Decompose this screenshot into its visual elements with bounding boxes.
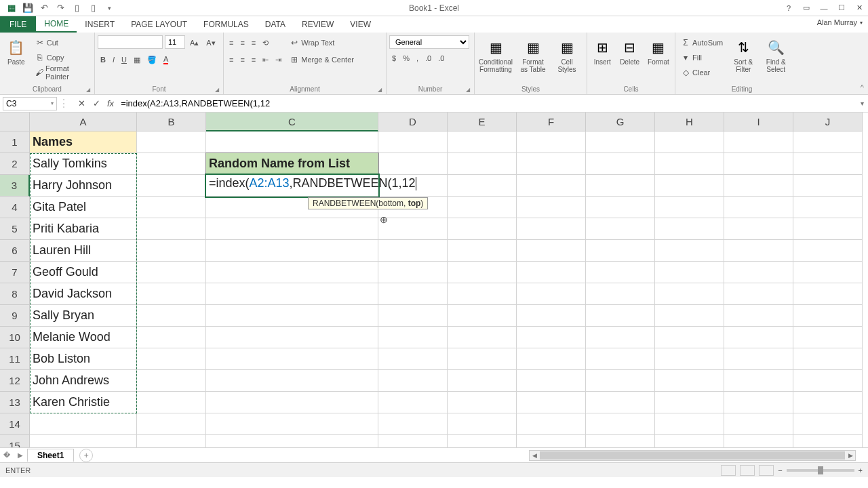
help-icon[interactable]: ? [780,1,797,15]
format-table-button[interactable]: ▦Format as Table [517,35,549,75]
cell[interactable] [724,392,793,413]
dialog-launcher-icon[interactable]: ◢ [215,87,219,93]
cell[interactable] [724,131,793,153]
cell[interactable] [793,348,863,370]
qat-icon[interactable]: ▯ [85,1,100,15]
sort-filter-button[interactable]: ⇅Sort & Filter [728,35,758,75]
cell-styles-button[interactable]: ▦Cell Styles [552,35,582,75]
copy-button[interactable]: ⎘Copy [33,50,92,65]
ribbon-tab[interactable]: PAGE LAYOUT [123,16,195,33]
select-all-corner[interactable] [0,113,30,131]
cell[interactable] [378,240,448,262]
cell[interactable] [793,305,863,327]
cell[interactable] [517,175,586,197]
increase-decimal-icon[interactable]: .0 [422,51,434,66]
cell[interactable] [586,305,655,327]
ribbon-tab[interactable]: FORMULAS [195,16,257,33]
cell[interactable] [724,327,793,348]
cell[interactable] [137,370,206,392]
cell[interactable] [517,413,586,435]
cell[interactable] [137,218,206,240]
cell[interactable] [137,153,206,175]
formula-input[interactable] [118,97,856,110]
sheet-nav-next-icon[interactable]: ▶ [14,451,27,459]
cell[interactable] [517,370,586,392]
cell[interactable] [655,348,724,370]
cell[interactable] [137,413,206,435]
row-header[interactable]: 11 [0,348,30,370]
column-header[interactable]: G [586,113,655,131]
cell[interactable] [448,175,517,197]
cell[interactable] [724,262,793,283]
cell[interactable] [586,413,655,435]
cell[interactable] [378,435,448,447]
comma-format-icon[interactable]: , [414,51,421,66]
new-sheet-button[interactable]: + [79,449,93,462]
cell[interactable] [655,283,724,305]
bold-button[interactable]: B [98,52,108,67]
cell[interactable]: Sally Tomkins [30,153,137,175]
page-layout-view-icon[interactable] [740,465,755,476]
file-tab[interactable]: FILE [0,16,36,33]
ribbon-display-icon[interactable]: ▭ [797,1,815,15]
cell[interactable] [137,435,206,447]
cell[interactable] [517,218,586,240]
cell[interactable]: Sally Bryan [30,305,137,327]
cell[interactable] [517,153,586,175]
row-header[interactable]: 3 [0,175,30,197]
cell[interactable] [448,131,517,153]
column-header[interactable]: E [448,113,517,131]
row-header[interactable]: 5 [0,218,30,240]
sheet-tab[interactable]: Sheet1 [27,449,74,462]
row-header[interactable]: 8 [0,283,30,305]
cell[interactable] [793,413,863,435]
name-box[interactable]: C3 ▾ [3,97,57,110]
cell[interactable] [378,370,448,392]
cell[interactable] [655,131,724,153]
cell[interactable]: Harry Johnson [30,175,137,197]
cell[interactable] [724,370,793,392]
font-family-input[interactable] [98,35,163,49]
decrease-font-icon[interactable]: A▾ [203,35,218,50]
row-header[interactable]: 12 [0,370,30,392]
cell[interactable] [206,435,378,447]
cell[interactable] [586,197,655,218]
cell[interactable] [793,131,863,153]
insert-cells-button[interactable]: ⊞Insert [590,35,614,67]
underline-button[interactable]: U [119,52,130,67]
column-header[interactable]: J [793,113,863,131]
cell[interactable]: Geoff Gould [30,262,137,283]
cell[interactable]: Gita Patel [30,197,137,218]
cell[interactable] [448,370,517,392]
increase-font-icon[interactable]: A▴ [187,35,201,50]
row-header[interactable]: 1 [0,131,30,153]
font-size-input[interactable] [165,35,185,49]
find-select-button[interactable]: 🔍Find & Select [761,35,791,75]
cell[interactable] [655,218,724,240]
align-left-icon[interactable]: ≡ [226,52,236,67]
cell[interactable] [655,153,724,175]
cell[interactable] [586,435,655,447]
accounting-format-icon[interactable]: $ [389,51,399,66]
close-icon[interactable]: ✕ [850,1,868,15]
cell[interactable] [586,392,655,413]
cell[interactable] [206,370,378,392]
cell[interactable] [378,131,448,153]
cell[interactable] [137,197,206,218]
cell[interactable] [793,175,863,197]
dialog-launcher-icon[interactable]: ◢ [86,87,90,93]
conditional-formatting-button[interactable]: ▦Conditional Formatting [477,35,514,75]
cell[interactable] [448,305,517,327]
cell[interactable] [448,435,517,447]
cell[interactable] [378,283,448,305]
zoom-slider[interactable] [787,469,854,472]
minimize-icon[interactable]: — [815,1,833,15]
cell[interactable] [30,435,137,447]
cell[interactable] [655,262,724,283]
row-header[interactable]: 13 [0,392,30,413]
cell[interactable] [724,240,793,262]
cell[interactable] [517,197,586,218]
cell[interactable] [655,305,724,327]
zoom-out-icon[interactable]: − [778,466,782,474]
cell[interactable] [517,392,586,413]
